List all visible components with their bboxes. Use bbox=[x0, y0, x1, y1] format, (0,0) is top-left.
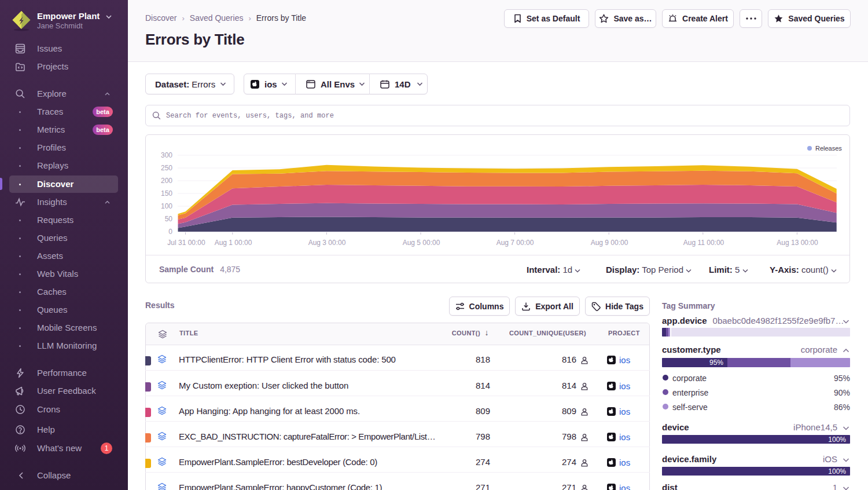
svg-text:Aug 9 00:00: Aug 9 00:00 bbox=[591, 239, 628, 247]
svg-text:Aug 3 00:00: Aug 3 00:00 bbox=[308, 239, 346, 247]
svg-text:Aug 11 00:00: Aug 11 00:00 bbox=[683, 239, 724, 247]
svg-text:Aug 13 00:00: Aug 13 00:00 bbox=[777, 239, 818, 247]
svg-text:Aug 5 00:00: Aug 5 00:00 bbox=[403, 239, 440, 247]
svg-text:100: 100 bbox=[161, 202, 172, 210]
svg-text:50: 50 bbox=[165, 215, 173, 223]
svg-text:Aug 1 00:00: Aug 1 00:00 bbox=[215, 239, 252, 247]
svg-text:300: 300 bbox=[161, 151, 172, 159]
svg-text:200: 200 bbox=[161, 177, 172, 185]
svg-text:Aug 7 00:00: Aug 7 00:00 bbox=[496, 239, 534, 247]
svg-text:Releases: Releases bbox=[815, 145, 842, 152]
svg-text:Jul 31 00:00: Jul 31 00:00 bbox=[167, 239, 205, 247]
svg-text:150: 150 bbox=[161, 189, 172, 198]
svg-text:0: 0 bbox=[168, 228, 172, 236]
svg-text:250: 250 bbox=[161, 164, 172, 172]
